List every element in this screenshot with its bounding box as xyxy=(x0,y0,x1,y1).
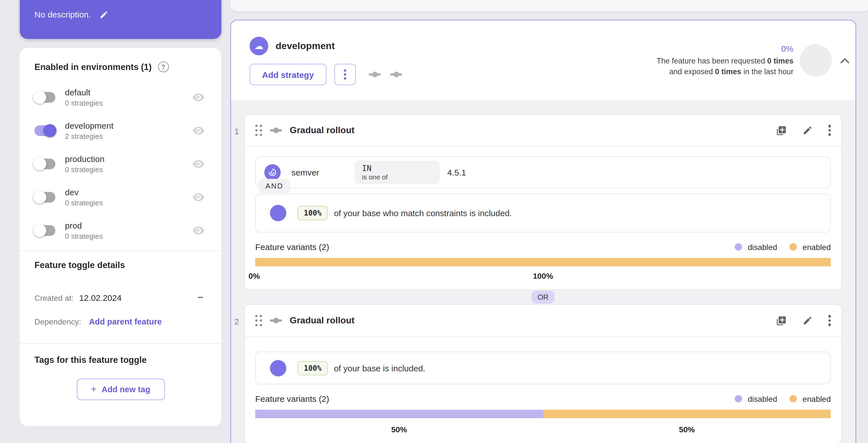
add-strategy-button[interactable]: Add strategy xyxy=(250,64,326,85)
drag-handle-icon[interactable] xyxy=(255,125,262,136)
eye-icon[interactable] xyxy=(193,193,205,201)
and-conjunction-chip: AND xyxy=(259,179,290,193)
divider xyxy=(20,343,221,344)
constraint-value: 4.5.1 xyxy=(447,168,466,177)
enabled-dot-icon xyxy=(789,243,797,250)
question-mark-icon[interactable]: ? xyxy=(158,62,168,72)
copy-strategy-icon[interactable] xyxy=(776,315,786,326)
rollout-description: of your base who match constraints is in… xyxy=(334,208,512,218)
eye-icon[interactable] xyxy=(193,160,205,168)
environment-panel-header: ☁ development Add strategy 0% The featur… xyxy=(231,20,856,100)
operator-name: IN xyxy=(362,164,433,173)
created-at-value: 12.02.2024 xyxy=(79,293,122,303)
rollout-donut-icon xyxy=(270,205,286,221)
toggle-prod[interactable] xyxy=(34,225,55,236)
rollout-row: 100% of your base who match constraints … xyxy=(255,194,831,233)
variants-bar xyxy=(255,410,831,418)
axis-label-center: 100% xyxy=(533,271,553,280)
axis-label-left: 0% xyxy=(248,271,260,280)
description-text: No description. xyxy=(34,9,91,19)
add-parent-feature-link[interactable]: Add parent feature xyxy=(89,317,162,326)
tags-title: Tags for this feature toggle xyxy=(34,355,207,365)
strategy-card-1: 1 Gradual rollout xyxy=(244,114,842,290)
edit-description-pencil-icon[interactable] xyxy=(99,10,108,19)
kebab-icon xyxy=(344,68,346,81)
metrics-donut-chart xyxy=(800,44,832,76)
variants-bar xyxy=(255,258,831,266)
rollout-description: of your base is included. xyxy=(334,363,426,373)
bar-segment-enabled xyxy=(543,410,831,418)
strategy-more-options-icon[interactable] xyxy=(828,123,831,138)
dependency-label: Dependency: xyxy=(34,317,81,326)
or-separator-chip: OR xyxy=(531,291,555,304)
environment-more-options-button[interactable] xyxy=(334,64,355,85)
metrics-line-1: The feature has been requested 0 times xyxy=(656,56,794,66)
variants-axis: 0% 100% xyxy=(255,271,831,283)
metrics-line-2: and exposed 0 times in the last hour xyxy=(656,66,794,77)
bar-segment-enabled xyxy=(255,258,831,266)
strategy-preset-rollout-icon[interactable] xyxy=(369,72,380,77)
add-new-tag-label: Add new tag xyxy=(102,385,150,394)
constraint-field: semver xyxy=(291,168,355,177)
copy-strategy-icon[interactable] xyxy=(776,125,786,136)
metrics-summary: 0% The feature has been requested 0 time… xyxy=(656,44,851,77)
env-row-development: development 2 strategies xyxy=(34,117,207,144)
eye-icon[interactable] xyxy=(193,93,205,101)
details-title: Feature toggle details xyxy=(34,260,207,270)
previous-card-bottom xyxy=(230,0,868,11)
environment-accordion-development: ☁ development Add strategy 0% The featur… xyxy=(230,20,856,443)
strategy-more-options-icon[interactable] xyxy=(828,313,831,328)
chevron-up-icon[interactable] xyxy=(838,54,851,67)
rollout-percentage-chip: 100% xyxy=(298,361,328,375)
toggle-production[interactable] xyxy=(34,158,55,169)
description-card: No description. xyxy=(20,0,221,39)
environment-panel-title: development xyxy=(276,40,335,52)
environments-card-title: Enabled in environments (1) xyxy=(34,62,152,72)
axis-label-half-left: 50% xyxy=(255,425,543,436)
plus-icon: + xyxy=(91,384,97,395)
legend-enabled: enabled xyxy=(789,394,831,403)
env-name: development xyxy=(65,121,114,130)
env-row-default: default 0 strategies xyxy=(34,83,207,111)
env-name: prod xyxy=(65,220,103,230)
divider xyxy=(20,250,221,251)
created-at-label: Created at: xyxy=(34,293,74,302)
env-name: dev xyxy=(65,187,103,197)
feature-variants-label: Feature variants (2) xyxy=(255,242,329,252)
toggle-development[interactable] xyxy=(34,125,55,136)
operator-description: is one of xyxy=(362,173,433,181)
env-row-prod: prod 0 strategies xyxy=(34,217,207,244)
constraint-context-icon xyxy=(264,164,281,180)
rollout-percentage-chip: 100% xyxy=(298,206,328,220)
enabled-dot-icon xyxy=(789,395,797,402)
rollout-row: 100% of your base is included. xyxy=(255,351,831,384)
disabled-dot-icon xyxy=(735,243,742,250)
legend-enabled: enabled xyxy=(789,242,831,251)
rollout-donut-icon xyxy=(270,360,286,376)
drag-handle-icon[interactable] xyxy=(255,315,262,326)
edit-strategy-pencil-icon[interactable] xyxy=(802,315,812,326)
strategies-list: 1 Gradual rollout xyxy=(231,100,856,443)
toggle-default[interactable] xyxy=(34,92,55,102)
cloud-environment-icon: ☁ xyxy=(250,37,268,55)
strategy-preset-rollout-icon[interactable] xyxy=(390,72,402,77)
edit-strategy-pencil-icon[interactable] xyxy=(802,125,812,135)
environments-card: Enabled in environments (1) ? default 0 … xyxy=(20,48,221,426)
add-new-tag-button[interactable]: + Add new tag xyxy=(76,379,165,400)
variants-axis: 50% 50% xyxy=(255,425,831,436)
env-strategy-count: 0 strategies xyxy=(65,198,103,207)
rollout-strategy-icon xyxy=(270,318,282,323)
env-strategy-count: 0 strategies xyxy=(65,165,104,174)
eye-icon[interactable] xyxy=(193,226,205,235)
strategy-index: 2 xyxy=(235,316,239,326)
axis-label-half-right: 50% xyxy=(543,425,831,436)
env-name: default xyxy=(65,87,103,97)
collapse-details-button[interactable]: − xyxy=(197,292,203,304)
env-strategy-count: 2 strategies xyxy=(65,132,114,140)
eye-icon[interactable] xyxy=(193,126,205,135)
toggle-dev[interactable] xyxy=(34,192,55,202)
strategy-title: Gradual rollout xyxy=(290,125,354,135)
rollout-strategy-icon xyxy=(270,128,282,133)
strategy-title: Gradual rollout xyxy=(290,315,354,326)
strategy-card-2: 2 Gradual rollout xyxy=(244,304,842,443)
